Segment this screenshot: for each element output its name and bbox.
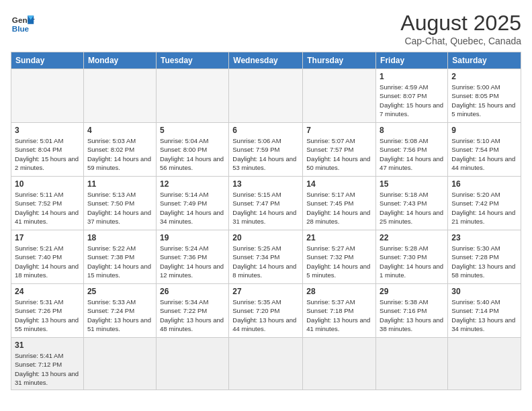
table-row: 14Sunrise: 5:17 AM Sunset: 7:45 PM Dayli… xyxy=(303,177,376,230)
day-number: 2 xyxy=(451,72,517,81)
calendar-header: General Blue August 2025 Cap-Chat, Quebe… xyxy=(11,11,521,46)
table-row: 31Sunrise: 5:41 AM Sunset: 7:12 PM Dayli… xyxy=(11,338,84,390)
calendar-subtitle: Cap-Chat, Quebec, Canada xyxy=(400,36,521,46)
table-row: 2Sunrise: 5:00 AM Sunset: 8:05 PM Daylig… xyxy=(448,69,521,123)
day-info: Sunrise: 5:20 AM Sunset: 7:42 PM Dayligh… xyxy=(451,190,517,226)
day-number: 6 xyxy=(232,126,299,135)
day-number: 4 xyxy=(87,126,152,135)
logo: General Blue xyxy=(11,11,35,35)
day-info: Sunrise: 5:15 AM Sunset: 7:47 PM Dayligh… xyxy=(232,190,299,226)
table-row xyxy=(303,69,376,123)
col-wednesday: Wednesday xyxy=(229,52,303,69)
table-row: 29Sunrise: 5:38 AM Sunset: 7:16 PM Dayli… xyxy=(376,284,448,338)
col-saturday: Saturday xyxy=(448,52,521,69)
table-row: 15Sunrise: 5:18 AM Sunset: 7:43 PM Dayli… xyxy=(376,177,448,230)
day-number: 11 xyxy=(87,179,152,189)
table-row xyxy=(448,338,521,390)
col-tuesday: Tuesday xyxy=(156,52,228,69)
col-monday: Monday xyxy=(83,52,156,69)
table-row: 16Sunrise: 5:20 AM Sunset: 7:42 PM Dayli… xyxy=(448,177,521,230)
day-info: Sunrise: 5:01 AM Sunset: 8:04 PM Dayligh… xyxy=(15,136,80,172)
table-row: 5Sunrise: 5:04 AM Sunset: 8:00 PM Daylig… xyxy=(156,123,228,177)
day-number: 13 xyxy=(232,179,299,189)
day-number: 29 xyxy=(380,287,444,296)
day-info: Sunrise: 5:21 AM Sunset: 7:40 PM Dayligh… xyxy=(15,244,80,279)
table-row: 8Sunrise: 5:08 AM Sunset: 7:56 PM Daylig… xyxy=(376,123,448,177)
day-info: Sunrise: 5:37 AM Sunset: 7:18 PM Dayligh… xyxy=(306,298,372,333)
day-info: Sunrise: 5:11 AM Sunset: 7:52 PM Dayligh… xyxy=(15,190,80,226)
day-info: Sunrise: 5:28 AM Sunset: 7:30 PM Dayligh… xyxy=(380,244,444,279)
table-row: 22Sunrise: 5:28 AM Sunset: 7:30 PM Dayli… xyxy=(376,230,448,284)
day-number: 23 xyxy=(451,233,517,242)
day-number: 5 xyxy=(160,126,225,135)
table-row: 17Sunrise: 5:21 AM Sunset: 7:40 PM Dayli… xyxy=(11,230,84,284)
day-info: Sunrise: 5:18 AM Sunset: 7:43 PM Dayligh… xyxy=(380,190,444,226)
table-row: 28Sunrise: 5:37 AM Sunset: 7:18 PM Dayli… xyxy=(303,284,376,338)
day-info: Sunrise: 5:40 AM Sunset: 7:14 PM Dayligh… xyxy=(451,298,517,333)
day-number: 10 xyxy=(15,179,80,189)
table-row: 9Sunrise: 5:10 AM Sunset: 7:54 PM Daylig… xyxy=(448,123,521,177)
day-info: Sunrise: 5:22 AM Sunset: 7:38 PM Dayligh… xyxy=(87,244,152,279)
day-number: 14 xyxy=(306,179,372,189)
day-number: 24 xyxy=(15,287,80,296)
table-row: 12Sunrise: 5:14 AM Sunset: 7:49 PM Dayli… xyxy=(156,177,228,230)
calendar-body: 1Sunrise: 4:59 AM Sunset: 8:07 PM Daylig… xyxy=(11,69,521,390)
calendar-header-row: Sunday Monday Tuesday Wednesday Thursday… xyxy=(11,52,521,69)
day-number: 22 xyxy=(380,233,444,242)
table-row xyxy=(156,338,228,390)
table-row: 19Sunrise: 5:24 AM Sunset: 7:36 PM Dayli… xyxy=(156,230,228,284)
table-row: 1Sunrise: 4:59 AM Sunset: 8:07 PM Daylig… xyxy=(376,69,448,123)
day-number: 18 xyxy=(87,233,152,242)
col-thursday: Thursday xyxy=(303,52,376,69)
day-info: Sunrise: 5:08 AM Sunset: 7:56 PM Dayligh… xyxy=(380,136,444,172)
day-number: 1 xyxy=(380,72,444,81)
day-info: Sunrise: 4:59 AM Sunset: 8:07 PM Dayligh… xyxy=(380,83,444,118)
logo-icon: General Blue xyxy=(11,11,35,35)
col-sunday: Sunday xyxy=(11,52,84,69)
table-row: 7Sunrise: 5:07 AM Sunset: 7:57 PM Daylig… xyxy=(303,123,376,177)
table-row: 26Sunrise: 5:34 AM Sunset: 7:22 PM Dayli… xyxy=(156,284,228,338)
table-row xyxy=(303,338,376,390)
title-area: August 2025 Cap-Chat, Quebec, Canada xyxy=(400,11,521,46)
day-info: Sunrise: 5:03 AM Sunset: 8:02 PM Dayligh… xyxy=(87,136,152,172)
day-number: 26 xyxy=(160,287,225,296)
table-row xyxy=(83,338,156,390)
day-info: Sunrise: 5:24 AM Sunset: 7:36 PM Dayligh… xyxy=(160,244,225,279)
day-number: 28 xyxy=(306,287,372,296)
day-number: 7 xyxy=(306,126,372,135)
day-number: 9 xyxy=(451,126,517,135)
day-number: 25 xyxy=(87,287,152,296)
day-info: Sunrise: 5:06 AM Sunset: 7:59 PM Dayligh… xyxy=(232,136,299,172)
day-number: 8 xyxy=(380,126,444,135)
table-row: 10Sunrise: 5:11 AM Sunset: 7:52 PM Dayli… xyxy=(11,177,84,230)
day-info: Sunrise: 5:13 AM Sunset: 7:50 PM Dayligh… xyxy=(87,190,152,226)
day-info: Sunrise: 5:31 AM Sunset: 7:26 PM Dayligh… xyxy=(15,298,80,333)
day-number: 3 xyxy=(15,126,80,135)
table-row: 25Sunrise: 5:33 AM Sunset: 7:24 PM Dayli… xyxy=(83,284,156,338)
table-row xyxy=(83,69,156,123)
day-info: Sunrise: 5:27 AM Sunset: 7:32 PM Dayligh… xyxy=(306,244,372,279)
day-info: Sunrise: 5:41 AM Sunset: 7:12 PM Dayligh… xyxy=(15,351,80,387)
table-row xyxy=(156,69,228,123)
day-info: Sunrise: 5:34 AM Sunset: 7:22 PM Dayligh… xyxy=(160,298,225,333)
table-row: 20Sunrise: 5:25 AM Sunset: 7:34 PM Dayli… xyxy=(229,230,303,284)
table-row: 24Sunrise: 5:31 AM Sunset: 7:26 PM Dayli… xyxy=(11,284,84,338)
table-row xyxy=(376,338,448,390)
day-number: 20 xyxy=(232,233,299,242)
table-row: 18Sunrise: 5:22 AM Sunset: 7:38 PM Dayli… xyxy=(83,230,156,284)
table-row: 3Sunrise: 5:01 AM Sunset: 8:04 PM Daylig… xyxy=(11,123,84,177)
table-row: 27Sunrise: 5:35 AM Sunset: 7:20 PM Dayli… xyxy=(229,284,303,338)
table-row xyxy=(229,338,303,390)
day-info: Sunrise: 5:33 AM Sunset: 7:24 PM Dayligh… xyxy=(87,298,152,333)
table-row xyxy=(11,69,84,123)
day-info: Sunrise: 5:14 AM Sunset: 7:49 PM Dayligh… xyxy=(160,190,225,226)
day-info: Sunrise: 5:07 AM Sunset: 7:57 PM Dayligh… xyxy=(306,136,372,172)
day-info: Sunrise: 5:30 AM Sunset: 7:28 PM Dayligh… xyxy=(451,244,517,279)
table-row: 30Sunrise: 5:40 AM Sunset: 7:14 PM Dayli… xyxy=(448,284,521,338)
day-info: Sunrise: 5:00 AM Sunset: 8:05 PM Dayligh… xyxy=(451,83,517,118)
day-number: 27 xyxy=(232,287,299,296)
calendar-title: August 2025 xyxy=(400,11,521,36)
table-row: 4Sunrise: 5:03 AM Sunset: 8:02 PM Daylig… xyxy=(83,123,156,177)
day-number: 15 xyxy=(380,179,444,189)
day-info: Sunrise: 5:25 AM Sunset: 7:34 PM Dayligh… xyxy=(232,244,299,279)
